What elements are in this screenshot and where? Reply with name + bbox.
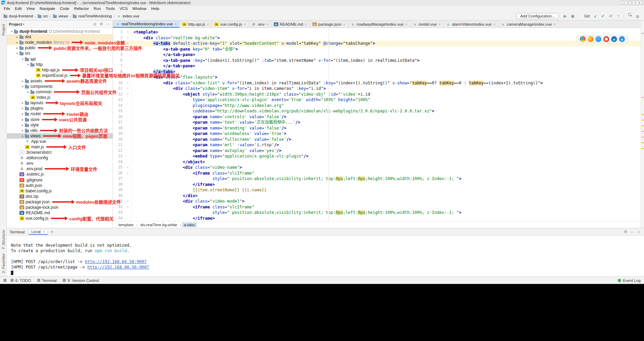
code-line-3[interactable]: 3▾ <a-tabs default-active-key="1" slot="…	[113, 41, 641, 46]
code-line-4[interactable]: 4 <a-tab-pane key="0" tab="全部">	[113, 46, 641, 52]
tab-roadwaymanage-index-vue[interactable]: VroadwayManage\index.vue×	[348, 21, 410, 28]
tree-expand-arrow[interactable]: ▸	[20, 134, 25, 138]
hide-icon[interactable]: ─	[105, 21, 111, 27]
locate-icon[interactable]: ◎	[92, 22, 98, 27]
bug-icon[interactable]: ◉	[570, 13, 576, 19]
terminal-output[interactable]: Note that the development build is not o…	[7, 236, 644, 276]
tree-item-api[interactable]: ▾api	[7, 56, 113, 62]
code-line-31[interactable]: 31▾ <div class="video-model">	[113, 199, 641, 204]
tree-expand-arrow[interactable]: ▸	[20, 107, 25, 110]
tree-item-browserslistrc[interactable]: ≡.browserslistrc	[7, 150, 113, 155]
menu-file[interactable]: File	[1, 6, 13, 11]
breadcrumb-src[interactable]: src	[38, 14, 48, 18]
tree-item-app-vue[interactable]: VApp.vue	[7, 139, 113, 144]
code-line-29[interactable]: 29 {{item.streetName}} {{i.name}}	[113, 187, 641, 193]
code-line-30[interactable]: 30 </div>	[113, 193, 641, 199]
tree-expand-arrow[interactable]: ▸	[15, 35, 19, 39]
breadcrumb-duoji-frontend[interactable]: duoji-frontend	[3, 14, 33, 18]
tree-item-env-prod[interactable]: ⚙.env.prod环境变量文件	[7, 166, 113, 172]
tab-close-icon[interactable]: ×	[439, 22, 441, 26]
error-stripe-scrollbar[interactable]	[641, 21, 644, 228]
code-line-32[interactable]: 32▾ <iframe class="vlcIframe"	[113, 204, 641, 210]
tree-collapse-arrow[interactable]: ▾	[15, 52, 19, 55]
terminal-link[interactable]: http://192.168.66.56:9007	[87, 265, 149, 270]
code-line-17[interactable]: 17 <param name='text' value='正在加载视频中...'…	[113, 120, 641, 125]
close-panel-icon[interactable]: ×	[636, 229, 641, 235]
fold-marker-icon[interactable]: ▾	[125, 204, 131, 210]
tab-close-icon[interactable]: ×	[405, 22, 407, 26]
menu-run[interactable]: Run	[91, 6, 103, 11]
tree-expand-arrow[interactable]: ▸	[15, 46, 19, 50]
code-line-14[interactable]: 14 pluginspage="http://www.videolan.org"	[113, 103, 641, 109]
tab-close-icon[interactable]: ×	[493, 22, 495, 26]
tree-item-babel-config-js[interactable]: JSbabel.config.js	[7, 188, 113, 194]
new-terminal-button[interactable]: +	[51, 229, 53, 234]
terminal-cursor[interactable]	[11, 271, 13, 275]
code-line-24[interactable]: 24 </object>	[113, 159, 641, 165]
tree-item-layouts[interactable]: ▸layoutslayouts全局布局相关	[7, 100, 113, 106]
close-button[interactable]: ×	[636, 1, 643, 5]
code-line-25[interactable]: 25▾ <div class="video-name">	[113, 165, 641, 170]
tree-expand-arrow[interactable]: ▸	[20, 129, 25, 132]
tab-env[interactable]: ⚙.env×	[249, 21, 271, 28]
tree-expand-arrow[interactable]: ▸	[15, 41, 19, 44]
tree-collapse-arrow[interactable]: ▾	[10, 30, 14, 33]
code-line-1[interactable]: 1▾<template>	[113, 29, 641, 35]
tab-vue-config-js[interactable]: JSvue.config.js×	[212, 21, 248, 28]
event-log-button[interactable]: Event Log	[618, 278, 641, 283]
close-icon[interactable]: ×	[43, 230, 45, 234]
tree-item-main-js[interactable]: JSmain.js入口文件	[7, 144, 113, 150]
tab-close-icon[interactable]: ×	[244, 22, 246, 26]
menu-vcs[interactable]: VCS	[117, 6, 130, 11]
tree-item-package-json[interactable]: {}package.jsonmodules依赖描述文件	[7, 199, 113, 205]
tree-item-auth-json[interactable]: {}auth.json	[7, 183, 113, 188]
code-line-19[interactable]: 19 <param name='windowless' value='true'…	[113, 131, 641, 137]
code-line-33[interactable]: 33 style=" position:absolute;visibility:…	[113, 210, 641, 216]
tree-expand-arrow[interactable]: ▸	[20, 79, 25, 83]
fold-marker-icon[interactable]: ▾	[125, 199, 131, 204]
tree-item-common[interactable]: ▸common页面公共组件文件	[7, 89, 113, 95]
code-line-28[interactable]: 28 </iframe>	[113, 182, 641, 188]
tree-item-package-lock-json[interactable]: {}package-lock.json	[7, 205, 113, 210]
menu-help[interactable]: Help	[149, 6, 162, 11]
tab-alarmvideos-index-vue[interactable]: ValarmVideos\index.vue×	[443, 21, 498, 28]
code-line-5[interactable]: 5 </a-tab-pane>	[113, 52, 641, 58]
statusbar-6-todo[interactable]: 6: TODO	[11, 278, 31, 283]
code-line-12[interactable]: 12▾ <object style="width:390px;height:21…	[113, 92, 641, 97]
maximize-button[interactable]: □	[628, 1, 635, 5]
code-line-15[interactable]: 15 codebase="http://downloads.videolan.o…	[113, 108, 641, 114]
code-line-26[interactable]: 26▾ <iframe class="vlcIframe"	[113, 170, 641, 176]
ie-browser-icon[interactable]: e	[611, 36, 617, 42]
code-line-10[interactable]: 10▾ <div class="video-list" v-for="(item…	[113, 80, 641, 86]
terminal-link[interactable]: http://192.168.66.56:9007	[85, 259, 147, 264]
gear-icon[interactable]: ⚙	[623, 229, 628, 235]
chrome-browser-icon[interactable]	[580, 36, 586, 42]
menu-window[interactable]: Window	[130, 6, 149, 11]
fold-marker-icon[interactable]: ▾	[125, 170, 131, 176]
tree-item-public[interactable]: ▸publicpublic资源文件夹，一般放引用的第三方插件	[7, 45, 113, 51]
fold-marker-icon[interactable]: ▾	[125, 80, 131, 86]
fold-marker-icon[interactable]: ▾	[125, 29, 131, 35]
firefox-browser-icon[interactable]	[588, 36, 593, 42]
menu-tools[interactable]: Tools	[103, 6, 117, 11]
tree-expand-arrow[interactable]: ▸	[20, 123, 25, 127]
edge-browser-icon[interactable]: e	[619, 36, 625, 42]
find-icon[interactable]	[627, 12, 633, 18]
code-line-18[interactable]: 18 <param name='branding' value='false'/…	[113, 125, 641, 131]
code-line-34[interactable]: 34 </iframe>	[113, 216, 641, 221]
tab-close-icon[interactable]: ×	[174, 22, 176, 26]
update-icon[interactable]: ↙	[592, 13, 599, 19]
tree-item-store[interactable]: ▸storevuex公共资源	[7, 117, 113, 122]
fold-marker-icon[interactable]: ▾	[125, 86, 131, 92]
breadcrumb-index-vue[interactable]: Vindex.vue	[116, 14, 139, 18]
tree-item-src[interactable]: ▾src	[7, 51, 113, 56]
tab-readme-md[interactable]: MREADME.md×	[271, 21, 310, 28]
tab-realtimemonitoring-index-vue[interactable]: VrealTimeMonitoring\index.vue×	[113, 21, 180, 28]
revert-icon[interactable]: ↺	[607, 13, 614, 19]
tab-close-icon[interactable]: ×	[266, 22, 268, 26]
tab-close-icon[interactable]: ×	[554, 22, 556, 26]
code-line-2[interactable]: 2▾ <div class="realTime bg-white">	[113, 35, 641, 41]
menu-refactor[interactable]: Refactor	[72, 6, 91, 11]
tool-button-structure[interactable]: 7: Structure	[1, 230, 5, 249]
tree-item-editorconfig[interactable]: ⚙.editorconfig	[7, 155, 113, 161]
